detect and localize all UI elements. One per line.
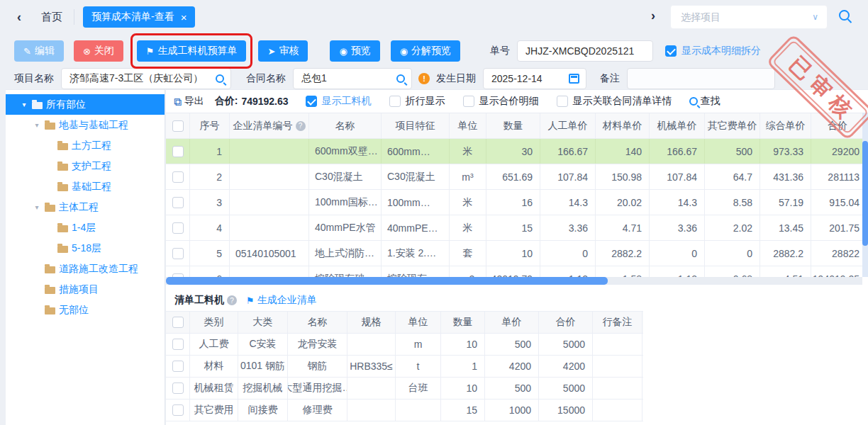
project-name-input[interactable]: [68, 72, 216, 85]
table-row[interactable]: 505140105001地上式消防…1.安装 2.…套1002882.20028…: [166, 241, 862, 266]
caret-down-icon[interactable]: ▾: [33, 121, 41, 129]
cell: [593, 400, 642, 421]
cell: 57.19: [760, 190, 811, 215]
row-checkbox[interactable]: [172, 222, 184, 234]
date-input[interactable]: [490, 72, 569, 85]
row-checkbox[interactable]: [172, 171, 184, 183]
tab-close-icon[interactable]: ×: [181, 12, 187, 23]
sidebar-item-1-4层[interactable]: ▾1-4层: [6, 217, 165, 238]
column-header: 单位: [450, 113, 486, 138]
cell: [593, 334, 642, 355]
search-icon[interactable]: [216, 74, 224, 83]
caret-down-icon[interactable]: ▾: [20, 101, 28, 108]
sidebar-item-道路施工改造工程[interactable]: ▾道路施工改造工程: [6, 259, 165, 279]
export-button[interactable]: ⧉ 导出: [174, 95, 204, 108]
split-preview-button[interactable]: ◉ 分解预览: [391, 40, 460, 62]
sidebar-item-基础工程[interactable]: ▾基础工程: [6, 176, 165, 197]
checkbox-unchecked[interactable]: [557, 96, 568, 107]
remark-input[interactable]: [634, 72, 768, 85]
project-select-input[interactable]: [679, 11, 812, 23]
row-select-cell: [166, 190, 190, 215]
project-select[interactable]: ∨: [670, 5, 828, 29]
checkbox-checked[interactable]: [665, 45, 677, 57]
cell: m2: [450, 266, 486, 277]
row-checkbox[interactable]: [172, 248, 184, 259]
table-row[interactable]: 材料0101 钢筋钢筋HRB335≤t142004200: [166, 356, 643, 378]
tab-budget-cost-list[interactable]: 预算成本清单-查看 ×: [83, 6, 195, 28]
select-all-checkbox[interactable]: [172, 120, 184, 132]
search-icon[interactable]: [396, 74, 405, 83]
column-header: 合价: [811, 113, 862, 138]
close-button[interactable]: ⊗ 关闭: [74, 40, 123, 62]
find-button[interactable]: 查找: [689, 95, 720, 108]
sidebar-item-label: 道路施工改造工程: [59, 263, 138, 276]
sidebar-item-所有部位[interactable]: ▾所有部位: [6, 94, 165, 115]
vertical-scrollbar-thumb[interactable]: [862, 141, 868, 246]
doc-no-input[interactable]: [524, 45, 646, 57]
table-row[interactable]: 人工费C安装龙骨安装m105005000: [166, 334, 643, 356]
sidebar-item-主体工程[interactable]: ▾主体工程: [6, 197, 165, 217]
row-checkbox[interactable]: [172, 404, 184, 416]
row-checkbox[interactable]: [172, 361, 184, 372]
table-row[interactable]: 6挖除现有破…挖除现有…m243019.791.131.581.130.684.…: [166, 266, 862, 277]
select-all-checkbox[interactable]: [172, 317, 184, 328]
row-select-cell: [166, 400, 190, 421]
select-all-cell: [166, 312, 190, 333]
horizontal-scrollbar-thumb[interactable]: [166, 277, 608, 285]
table-row[interactable]: 其它费用间接费修理费15100015000: [166, 400, 643, 421]
cell: 地上式消防…: [309, 241, 382, 266]
sidebar-item-措施项目[interactable]: ▾措施项目: [6, 279, 165, 300]
table-row[interactable]: 3100mm国标…100mm…米1614.320.0214.38.5857.19…: [166, 190, 862, 215]
cell: 钢筋: [288, 356, 347, 377]
table-row[interactable]: 1600mm双壁…600mm…米30166.67140166.67500973.…: [166, 139, 862, 164]
contract-name-input[interactable]: [300, 72, 396, 85]
table-row[interactable]: 机械租赁挖掘机械大型通用挖掘…台班105005000: [166, 378, 643, 400]
folder-icon: [45, 287, 55, 294]
show-cost-split-toggle[interactable]: 显示成本明细拆分: [665, 45, 761, 57]
toolbar-toggle-显示工料机[interactable]: 显示工料机: [306, 95, 372, 108]
row-checkbox[interactable]: [172, 382, 184, 394]
row-checkbox[interactable]: [172, 339, 184, 350]
toolbar-toggle-折行显示[interactable]: 折行显示: [389, 95, 445, 108]
checkbox-unchecked[interactable]: [463, 96, 474, 107]
sidebar-item-支护工程[interactable]: ▾支护工程: [6, 156, 165, 176]
cell: 14.3: [650, 190, 705, 215]
row-checkbox[interactable]: [172, 146, 184, 157]
cell: 修理费: [288, 400, 347, 421]
checkbox-unchecked[interactable]: [389, 96, 401, 107]
search-icon[interactable]: [839, 10, 850, 21]
calendar-icon[interactable]: [569, 74, 579, 84]
back-icon[interactable]: ‹: [17, 11, 21, 23]
flag-icon: ⚑: [246, 296, 255, 305]
cell: [230, 266, 309, 277]
generate-budget-button[interactable]: ⚑ 生成工料机预算单: [137, 40, 247, 62]
audit-button[interactable]: ➤ 审核: [258, 40, 308, 62]
cell: 16: [486, 190, 540, 215]
toolbar-toggle-显示关联合同清单详情[interactable]: 显示关联合同清单详情: [557, 95, 672, 108]
table-row[interactable]: 2C30混凝土C30混凝土m³651.69107.84150.98107.846…: [166, 164, 862, 190]
row-checkbox[interactable]: [172, 197, 184, 208]
sidebar-item-土方工程[interactable]: ▾土方工程: [6, 135, 165, 156]
checkbox-checked[interactable]: [306, 96, 317, 107]
column-header: 行备注: [593, 312, 642, 333]
cell: 201.75: [811, 215, 862, 240]
sidebar-item-地基与基础工程[interactable]: ▾地基与基础工程: [6, 115, 165, 135]
table-row[interactable]: 440mmPE水管40mmPE…米153.364.713.362.0213.45…: [166, 215, 862, 241]
sidebar-item-无部位[interactable]: ▾无部位: [6, 300, 165, 320]
generate-budget-wrap: ⚑ 生成工料机预算单: [137, 40, 247, 62]
horizontal-scrollbar[interactable]: [166, 277, 862, 285]
help-icon[interactable]: ?: [296, 121, 306, 131]
nav-home[interactable]: 首页: [41, 11, 62, 24]
vertical-scrollbar[interactable]: [862, 113, 868, 277]
expand-icon[interactable]: ›: [651, 9, 655, 22]
preview-button[interactable]: ◉ 预览: [330, 40, 379, 62]
help-icon[interactable]: ?: [227, 295, 237, 305]
generate-enterprise-list-button[interactable]: ⚑ 生成企业清单: [246, 294, 317, 307]
folder-icon: [57, 164, 68, 171]
caret-down-icon[interactable]: ▾: [33, 203, 41, 211]
edit-button[interactable]: ✎ 编辑: [14, 40, 64, 62]
sidebar-item-5-18层[interactable]: ▾5-18层: [6, 238, 165, 259]
warning-icon[interactable]: !: [418, 73, 430, 84]
pencil-icon: ✎: [23, 47, 31, 56]
toolbar-toggle-显示合价明细[interactable]: 显示合价明细: [463, 95, 539, 108]
